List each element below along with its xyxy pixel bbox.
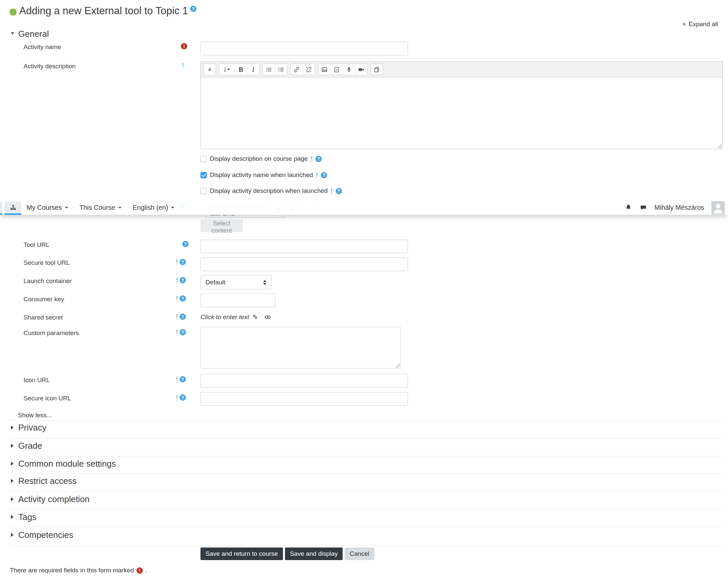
help-icon[interactable]: ? [180, 277, 186, 283]
checkbox-unchecked[interactable] [201, 188, 207, 194]
nav-item-my-courses[interactable]: My Courses [27, 204, 68, 211]
display-description-checkbox-row: Display description on course page ! ? [201, 155, 322, 163]
required-fields-note: There are required fields in this form m… [10, 567, 147, 574]
help-icon[interactable]: ? [180, 295, 186, 301]
help-icon[interactable]: ? [321, 172, 327, 178]
advanced-indicator-icon: ! [176, 259, 178, 265]
expand-all-link[interactable]: Expand all [683, 21, 718, 28]
section-heading-grade[interactable]: Grade [18, 441, 42, 451]
svg-text:3: 3 [278, 69, 280, 72]
section-heading-general[interactable]: General [18, 29, 49, 39]
expand-all-triangle-icon [683, 22, 686, 26]
avatar[interactable] [711, 201, 725, 214]
section-heading-activity-completion[interactable]: Activity completion [18, 494, 89, 504]
editor-toolbar: i B I 123 [201, 62, 722, 78]
launch-container-select[interactable]: Default [201, 276, 271, 289]
icon-url-label: Icon URL [24, 376, 50, 383]
nav-item-language[interactable]: English (en) [133, 204, 175, 211]
nav-item-this-course[interactable]: This Course [80, 204, 122, 211]
advanced-indicator-icon: ! [176, 394, 178, 401]
record-video-icon[interactable] [355, 64, 367, 75]
help-icon[interactable]: ? [316, 156, 322, 162]
resize-handle[interactable] [395, 363, 400, 368]
required-note-text: There are required fields in this form m… [10, 567, 134, 574]
unordered-list-icon[interactable] [263, 64, 275, 75]
section-heading-restrict-access[interactable]: Restrict access [18, 476, 77, 486]
secure-tool-url-input[interactable] [201, 258, 408, 271]
user-name[interactable]: Mihály Mészáros [654, 204, 704, 211]
section-heading-tags[interactable]: Tags [18, 512, 36, 522]
italic-icon[interactable]: I [247, 64, 259, 75]
messages-icon[interactable] [640, 204, 647, 211]
rich-text-editor: i B I 123 [201, 61, 723, 149]
show-less-link[interactable]: Show less... [18, 412, 52, 419]
help-icon[interactable]: ? [182, 241, 188, 247]
divider [10, 491, 723, 491]
eye-icon[interactable] [264, 314, 271, 321]
help-icon[interactable]: ? [180, 329, 186, 336]
ordered-list-icon[interactable]: 123 [275, 64, 287, 75]
tool-url-input[interactable] [201, 240, 408, 253]
nav-menu: My Courses This Course English (en) [27, 201, 174, 215]
shared-secret-label: Shared secret [24, 314, 63, 321]
divider [10, 473, 723, 473]
checkbox-checked[interactable] [201, 172, 207, 178]
bold-icon[interactable]: B [235, 64, 247, 75]
sitemap-icon[interactable] [5, 202, 21, 213]
save-and-display-button[interactable]: Save and display [285, 547, 343, 560]
collapsed-triangle-icon [11, 426, 13, 430]
custom-parameters-label: Custom parameters [24, 329, 79, 336]
font-style-icon[interactable]: i [220, 64, 235, 75]
media-icon[interactable] [330, 64, 343, 75]
custom-parameters-textarea[interactable] [201, 327, 401, 369]
advanced-indicator-icon: ! [176, 295, 178, 301]
activity-name-input[interactable] [201, 42, 408, 55]
image-icon[interactable] [318, 64, 330, 75]
pencil-icon[interactable]: ✎ [253, 314, 258, 320]
manage-files-icon[interactable] [371, 64, 383, 75]
page-title: Adding a new External tool to Topic 1 ? [19, 4, 197, 18]
nav-partial-tab[interactable] [0, 202, 2, 213]
secure-icon-url-input[interactable] [201, 392, 408, 406]
page-title-text: Adding a new External tool to Topic 1 [19, 4, 188, 18]
icon-url-input[interactable] [201, 374, 408, 387]
consumer-key-label: Consumer key [24, 296, 64, 303]
launch-container-label: Launch container [24, 278, 72, 284]
help-icon[interactable]: ? [180, 376, 186, 382]
cancel-button[interactable]: Cancel [345, 547, 374, 560]
advanced-indicator-icon: ! [176, 376, 178, 382]
divider [10, 420, 723, 421]
save-and-return-button[interactable]: Save and return to course [201, 547, 283, 560]
collapsed-triangle-icon [11, 533, 13, 537]
link-icon[interactable] [291, 64, 302, 75]
nav-item-label: My Courses [27, 204, 62, 211]
select-content-button[interactable]: Select content [201, 220, 243, 232]
consumer-key-input[interactable] [201, 294, 275, 307]
divider [10, 438, 723, 438]
help-icon[interactable]: ? [180, 259, 186, 265]
launch-container-select-value: Default [205, 279, 225, 286]
chevron-down-icon [65, 207, 68, 208]
external-tool-icon: ↑ [9, 9, 17, 16]
editor-content-area[interactable] [201, 78, 722, 149]
help-icon[interactable]: ? [180, 314, 186, 320]
section-heading-competencies[interactable]: Competencies [18, 530, 73, 540]
top-navbar: My Courses This Course English (en) [0, 201, 728, 215]
notifications-bell-icon[interactable] [624, 204, 632, 211]
record-audio-icon[interactable] [343, 64, 355, 75]
help-icon[interactable]: ? [190, 6, 197, 12]
help-icon[interactable]: ? [180, 394, 186, 401]
nav-item-label: This Course [80, 204, 115, 211]
expand-all-label: Expand all [689, 21, 718, 28]
collapse-toolbar-icon[interactable] [204, 64, 216, 75]
shared-secret-inline-edit[interactable]: Click to enter text [201, 314, 249, 321]
checkbox-label: Display description on course page [210, 155, 308, 163]
checkbox-unchecked[interactable] [201, 156, 207, 162]
section-heading-privacy[interactable]: Privacy [18, 423, 47, 432]
resize-handle[interactable] [718, 144, 722, 148]
help-icon[interactable]: ? [336, 188, 342, 194]
unlink-icon[interactable] [302, 64, 315, 75]
section-heading-common-module-settings[interactable]: Common module settings [18, 459, 116, 469]
advanced-indicator-icon: ! [311, 156, 313, 162]
required-note-suffix: . [145, 567, 147, 574]
